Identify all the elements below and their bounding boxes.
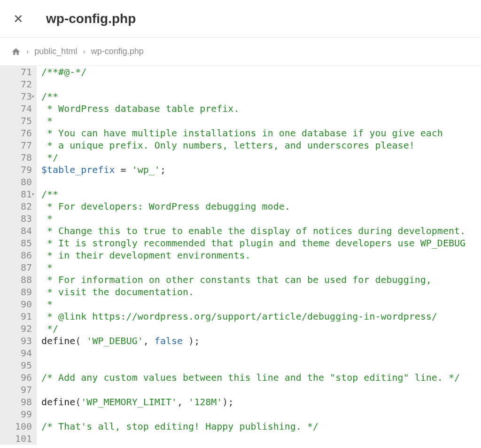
line-number: 86 [0, 249, 32, 261]
line-number: 88 [0, 274, 32, 286]
code-line[interactable]: * For information on other constants tha… [41, 274, 465, 286]
line-number: 95 [0, 359, 32, 371]
code-line[interactable]: * For developers: WordPress debugging mo… [41, 200, 465, 212]
chevron-right-icon: › [26, 47, 29, 56]
line-number: 84 [0, 225, 32, 237]
code-line[interactable] [41, 176, 465, 188]
breadcrumb-item-folder[interactable]: public_html [34, 47, 77, 56]
code-line[interactable] [41, 432, 465, 445]
chevron-right-icon: › [83, 47, 85, 56]
header-title: wp-config.php [46, 11, 136, 26]
line-number: 98 [0, 396, 32, 408]
line-number: 73 [0, 90, 32, 102]
code-line[interactable] [41, 359, 465, 371]
code-line[interactable]: * visit the documentation. [41, 286, 465, 298]
code-line[interactable]: /* That's all, stop editing! Happy publi… [41, 420, 465, 432]
home-icon[interactable] [11, 47, 21, 56]
line-number: 91 [0, 310, 32, 322]
code-content[interactable]: /**#@-*/ /** * WordPress database table … [37, 66, 465, 445]
code-line[interactable]: * [41, 298, 465, 310]
code-line[interactable]: */ [41, 322, 465, 335]
line-number: 92 [0, 322, 32, 335]
line-number: 83 [0, 212, 32, 225]
code-line[interactable]: */ [41, 151, 465, 164]
header-bar: ✕ wp-config.php [0, 0, 481, 38]
line-number: 100 [0, 420, 32, 432]
line-number: 72 [0, 78, 32, 90]
code-line[interactable]: $table_prefix = 'wp_'; [41, 164, 465, 176]
code-line[interactable] [41, 384, 465, 396]
line-number: 89 [0, 286, 32, 298]
code-line[interactable]: * [41, 212, 465, 225]
line-number: 97 [0, 384, 32, 396]
line-number: 87 [0, 261, 32, 274]
code-line[interactable]: define('WP_MEMORY_LIMIT', '128M'); [41, 396, 465, 408]
line-number: 78 [0, 151, 32, 164]
code-line[interactable] [41, 347, 465, 359]
line-number: 81 [0, 188, 32, 200]
line-number: 85 [0, 237, 32, 249]
code-editor[interactable]: 7172737475767778798081828384858687888990… [0, 66, 481, 445]
code-line[interactable]: * [41, 261, 465, 274]
code-line[interactable]: /** [41, 188, 465, 200]
line-number: 82 [0, 200, 32, 212]
code-line[interactable]: /**#@-*/ [41, 66, 465, 78]
line-number: 93 [0, 335, 32, 347]
breadcrumb-item-file[interactable]: wp-config.php [91, 47, 144, 56]
line-number: 79 [0, 164, 32, 176]
line-number: 96 [0, 371, 32, 384]
line-number: 101 [0, 432, 32, 445]
code-line[interactable]: * a unique prefix. Only numbers, letters… [41, 139, 465, 151]
code-line[interactable]: * @link https://wordpress.org/support/ar… [41, 310, 465, 322]
line-number: 76 [0, 127, 32, 139]
code-line[interactable] [41, 78, 465, 90]
breadcrumb: › public_html › wp-config.php [0, 38, 481, 66]
line-number: 90 [0, 298, 32, 310]
line-number: 71 [0, 66, 32, 78]
code-line[interactable]: * Change this to true to enable the disp… [41, 225, 465, 237]
code-line[interactable]: define( 'WP_DEBUG', false ); [41, 335, 465, 347]
code-line[interactable]: /* Add any custom values between this li… [41, 371, 465, 384]
line-number-gutter: 7172737475767778798081828384858687888990… [0, 66, 37, 445]
code-line[interactable]: /** [41, 90, 465, 102]
code-line[interactable]: * WordPress database table prefix. [41, 102, 465, 115]
code-line[interactable]: * [41, 115, 465, 127]
line-number: 77 [0, 139, 32, 151]
line-number: 75 [0, 115, 32, 127]
line-number: 94 [0, 347, 32, 359]
code-line[interactable]: * You can have multiple installations in… [41, 127, 465, 139]
close-icon[interactable]: ✕ [13, 13, 23, 25]
code-line[interactable] [41, 408, 465, 420]
line-number: 99 [0, 408, 32, 420]
code-line[interactable]: * It is strongly recommended that plugin… [41, 237, 465, 249]
line-number: 74 [0, 102, 32, 115]
line-number: 80 [0, 176, 32, 188]
code-line[interactable]: * in their development environments. [41, 249, 465, 261]
